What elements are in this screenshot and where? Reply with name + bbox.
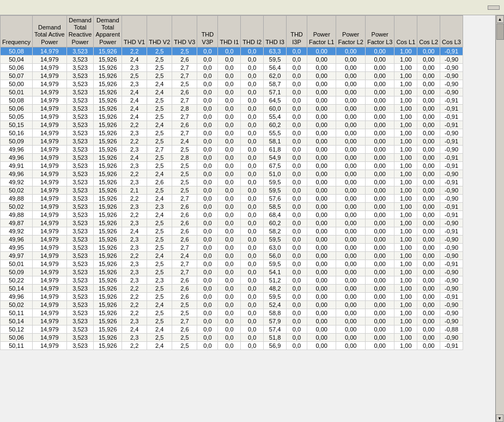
cell-r23-c14: 0,00: [365, 235, 394, 243]
table-row[interactable]: 50,0914,9793,52315,9262,22,52,40,00,00,0…: [1, 137, 463, 145]
cell-r1-c9: 0,0: [241, 55, 264, 63]
table-row[interactable]: 50,1514,9793,52315,9262,22,42,60,00,00,0…: [1, 120, 463, 129]
cell-r2-c7: 0,0: [197, 63, 218, 71]
table-row[interactable]: 49,9614,9793,52315,9262,42,52,80,00,00,0…: [1, 153, 463, 161]
table-row[interactable]: 49,9514,9793,52315,9262,32,52,70,00,00,0…: [1, 243, 463, 251]
cell-r32-c15: 1,00: [394, 309, 417, 317]
table-row[interactable]: 50,1214,9793,52315,9262,42,42,60,00,00,0…: [1, 325, 463, 333]
cell-r10-c5: 2,5: [147, 129, 172, 137]
cell-r27-c5: 2,5: [147, 268, 172, 276]
table-row[interactable]: 49,9614,9793,52315,9262,32,52,60,00,00,0…: [1, 235, 463, 243]
table-row[interactable]: 50,0514,9793,52315,9262,42,52,70,00,00,0…: [1, 112, 463, 120]
cell-r34-c0: 50,12: [1, 325, 33, 333]
table-row[interactable]: 50,0614,9793,52315,9262,32,52,70,00,00,0…: [1, 63, 463, 71]
cell-r20-c1: 14,979: [32, 210, 66, 219]
cell-r20-c5: 2,4: [147, 210, 172, 219]
cell-r21-c0: 49,87: [1, 219, 33, 227]
table-row[interactable]: 50,0114,9793,52315,9262,42,42,60,00,00,0…: [1, 88, 463, 96]
scroll-thumb[interactable]: [496, 23, 504, 40]
table-row[interactable]: 50,1114,9793,52315,9262,22,52,50,00,00,0…: [1, 309, 463, 317]
cell-r0-c11: 0,0: [286, 47, 307, 55]
cell-r29-c3: 15,926: [94, 284, 122, 292]
cell-r8-c16: 0,00: [417, 112, 440, 120]
cell-r36-c17: -0,91: [440, 341, 463, 349]
cell-r10-c9: 0,0: [241, 129, 264, 137]
cell-r6-c12: 0,00: [307, 96, 336, 104]
cell-r27-c15: 1,00: [394, 268, 417, 276]
table-row[interactable]: 49,9614,9793,52315,9262,22,52,60,00,00,0…: [1, 292, 463, 300]
table-row[interactable]: 49,9614,9793,52315,9262,32,72,50,00,00,0…: [1, 145, 463, 153]
cell-r18-c4: 2,2: [122, 194, 147, 202]
cell-r20-c10: 68,4: [264, 210, 287, 219]
cell-r10-c0: 50,16: [1, 129, 33, 137]
table-row[interactable]: 50,0114,9793,52315,9262,32,52,70,00,00,0…: [1, 260, 463, 268]
cell-r27-c13: 0,00: [336, 268, 365, 276]
cell-r1-c2: 3,523: [66, 55, 94, 63]
cell-r11-c15: 1,00: [394, 137, 417, 145]
vertical-scrollbar[interactable]: ▲ ▼: [495, 15, 504, 422]
cell-r7-c14: 0,00: [365, 104, 394, 112]
cell-r3-c3: 15,926: [94, 71, 122, 80]
graph-button[interactable]: [488, 5, 500, 10]
cell-r19-c16: 0,00: [417, 202, 440, 210]
cell-r15-c11: 0,0: [286, 170, 307, 178]
table-row[interactable]: 49,9114,9793,52315,9262,32,52,50,00,00,0…: [1, 161, 463, 170]
cell-r5-c4: 2,4: [122, 88, 147, 96]
cell-r26-c6: 2,7: [172, 260, 197, 268]
table-row[interactable]: 50,0814,9793,52315,9262,42,52,70,00,00,0…: [1, 96, 463, 104]
cell-r35-c1: 14,979: [32, 333, 66, 341]
table-row[interactable]: 50,0814,9793,52315,9262,22,52,50,00,00,0…: [1, 47, 463, 55]
table-row[interactable]: 50,1414,9793,52315,9262,22,52,60,00,00,0…: [1, 284, 463, 292]
table-row[interactable]: 50,1114,9793,52315,9262,22,42,50,00,00,0…: [1, 341, 463, 349]
cell-r15-c8: 0,0: [218, 170, 241, 178]
scroll-down-arrow[interactable]: ▼: [496, 414, 503, 422]
table-row[interactable]: 50,2214,9793,52315,9262,32,32,60,00,00,0…: [1, 276, 463, 284]
table-row[interactable]: 50,0614,9793,52315,9262,42,52,80,00,00,0…: [1, 104, 463, 112]
cell-r25-c7: 0,0: [197, 251, 218, 260]
cell-r33-c9: 0,0: [241, 317, 264, 325]
table-row[interactable]: 49,8714,9793,52315,9262,32,52,60,00,00,0…: [1, 219, 463, 227]
cell-r9-c2: 3,523: [66, 120, 94, 129]
scroll-container[interactable]: FrequencyDemandTotal ActivePowerDemandTo…: [0, 15, 504, 422]
cell-r27-c6: 2,7: [172, 268, 197, 276]
table-row[interactable]: 49,8814,9793,52315,9262,22,42,70,00,00,0…: [1, 194, 463, 202]
table-row[interactable]: 49,9614,9793,52315,9262,22,42,50,00,00,0…: [1, 170, 463, 178]
table-row[interactable]: 50,0614,9793,52315,9262,32,52,50,00,00,0…: [1, 333, 463, 341]
cell-r35-c11: 0,0: [286, 333, 307, 341]
cell-r21-c2: 3,523: [66, 219, 94, 227]
table-row[interactable]: 49,8814,9793,52315,9262,22,42,60,00,00,0…: [1, 210, 463, 219]
cell-r20-c17: -0,91: [440, 210, 463, 219]
table-row[interactable]: 50,0214,9793,52315,9262,12,52,50,00,00,0…: [1, 186, 463, 194]
cell-r23-c8: 0,0: [218, 235, 241, 243]
cell-r29-c11: 0,0: [286, 284, 307, 292]
table-row[interactable]: 50,0214,9793,52315,9262,32,32,60,00,00,0…: [1, 202, 463, 210]
table-row[interactable]: 50,0714,9793,52315,9262,52,52,70,00,00,0…: [1, 71, 463, 80]
cell-r33-c13: 0,00: [336, 317, 365, 325]
cell-r18-c17: -0,90: [440, 194, 463, 202]
cell-r34-c5: 2,4: [147, 325, 172, 333]
cell-r8-c2: 3,523: [66, 112, 94, 120]
table-row[interactable]: 50,0414,9793,52315,9262,42,52,60,00,00,0…: [1, 55, 463, 63]
cell-r24-c12: 0,00: [307, 243, 336, 251]
cell-r30-c1: 14,979: [32, 292, 66, 300]
cell-r18-c7: 0,0: [197, 194, 218, 202]
table-row[interactable]: 49,9214,9793,52315,9262,42,52,60,00,00,0…: [1, 227, 463, 235]
table-row[interactable]: 49,9714,9793,52315,9262,22,42,40,00,00,0…: [1, 251, 463, 260]
cell-r15-c1: 14,979: [32, 170, 66, 178]
table-row[interactable]: 49,9214,9793,52315,9262,32,62,50,00,00,0…: [1, 178, 463, 186]
cell-r6-c16: 0,00: [417, 96, 440, 104]
cell-r0-c9: 0,0: [241, 47, 264, 55]
cell-r22-c14: 0,00: [365, 227, 394, 235]
table-row[interactable]: 50,0014,9793,52315,9262,32,42,50,00,00,0…: [1, 80, 463, 88]
cell-r23-c6: 2,6: [172, 235, 197, 243]
table-row[interactable]: 50,0214,9793,52315,9262,22,42,50,00,00,0…: [1, 300, 463, 309]
table-row[interactable]: 50,1414,9793,52315,9262,32,52,70,00,00,0…: [1, 317, 463, 325]
cell-r2-c14: 0,00: [365, 63, 394, 71]
cell-r12-c9: 0,0: [241, 145, 264, 153]
table-row[interactable]: 50,1614,9793,52315,9262,32,52,70,00,00,0…: [1, 129, 463, 137]
table-row[interactable]: 50,0914,9793,52315,9262,32,52,70,00,00,0…: [1, 268, 463, 276]
cell-r33-c12: 0,00: [307, 317, 336, 325]
scroll-up-arrow[interactable]: ▲: [496, 15, 504, 23]
cell-r11-c7: 0,0: [197, 137, 218, 145]
cell-r6-c15: 1,00: [394, 96, 417, 104]
